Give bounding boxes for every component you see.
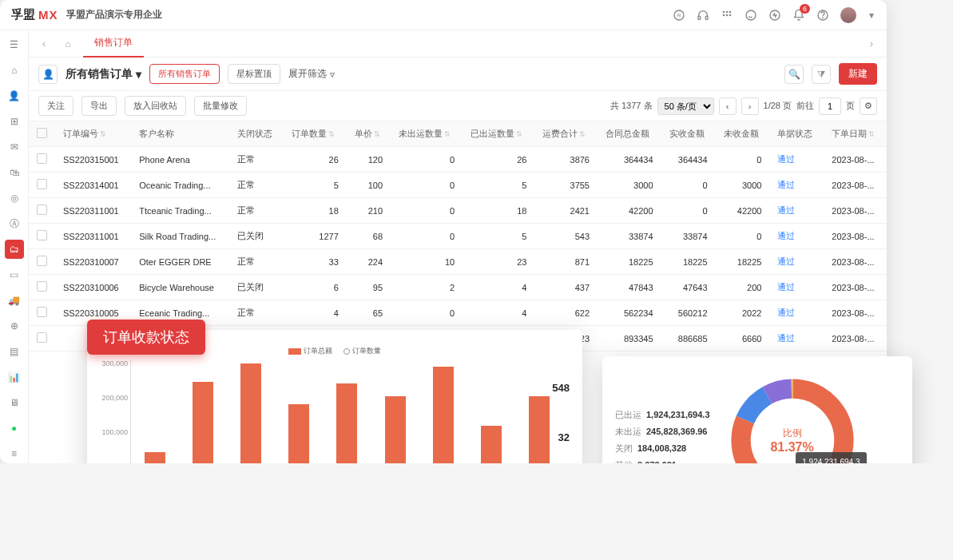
bell-icon[interactable]	[792, 9, 805, 22]
chip-all-orders[interactable]: 所有销售订单	[149, 64, 220, 84]
doc-status-link[interactable]: 通过	[777, 308, 795, 317]
svg-point-10	[746, 10, 756, 20]
col-received[interactable]: 实收金额	[661, 121, 716, 147]
col-unit-price[interactable]: 单价⇅	[347, 121, 391, 147]
bar[interactable]	[193, 382, 213, 463]
bar[interactable]	[385, 396, 406, 463]
nav-doc-icon[interactable]: ▭	[5, 265, 24, 284]
row-checkbox[interactable]	[37, 332, 47, 343]
settings-icon[interactable]: ⚙	[860, 97, 877, 115]
whatsapp-icon[interactable]	[745, 9, 757, 22]
row-checkbox[interactable]	[37, 179, 47, 189]
ai-icon[interactable]: AI	[673, 9, 685, 22]
doc-status-link[interactable]: 通过	[777, 180, 795, 189]
donut-wrap: 比例 81.37% 1,924,231,694.3 (81.37%)	[725, 372, 860, 463]
nav-more-icon[interactable]: ≡	[5, 444, 24, 463]
table-row[interactable]: SS220311001 Ttceanic Trading... 正常 18 21…	[29, 198, 887, 224]
page-next-button[interactable]: ›	[741, 97, 759, 115]
table-row[interactable]: SS220310007 Oter EGGER DRE 正常 33 224 10 …	[29, 249, 887, 275]
table-row[interactable]: SS220314001 Oceanic Trading... 正常 5 100 …	[29, 173, 887, 198]
per-page-select[interactable]: 50 条/页	[657, 97, 714, 115]
cell-ship: 5	[463, 224, 534, 249]
select-all-checkbox[interactable]	[37, 128, 47, 138]
headset-icon[interactable]	[697, 9, 709, 22]
nav-wa-icon[interactable]: ●	[5, 419, 24, 438]
row-checkbox[interactable]	[37, 205, 47, 215]
tab-next-icon[interactable]: ›	[863, 35, 880, 53]
col-shipped[interactable]: 已出运数量⇅	[463, 121, 534, 147]
bar[interactable]	[336, 383, 357, 463]
col-contract[interactable]: 合同总金额	[598, 121, 661, 147]
row-checkbox[interactable]	[37, 153, 47, 164]
doc-status-link[interactable]: 通过	[777, 333, 795, 343]
nav-money-icon[interactable]: ⊕	[5, 316, 24, 336]
bar[interactable]	[529, 396, 550, 463]
table-row[interactable]: SS220310006 Bicycle Warehouse 已关闭 6 95 2…	[29, 275, 887, 300]
cell-unship: 0	[391, 198, 463, 224]
tab-home-icon[interactable]: ⌂	[59, 35, 77, 53]
table-row[interactable]: SS220315001 Phone Arena 正常 26 120 0 26 3…	[29, 147, 887, 173]
nav-bag-icon[interactable]: 🛍	[5, 163, 24, 182]
row-checkbox[interactable]	[37, 307, 47, 317]
doc-status-link[interactable]: 通过	[777, 154, 795, 164]
avatar[interactable]	[840, 7, 856, 23]
follow-button[interactable]: 关注	[38, 96, 73, 116]
search-icon[interactable]: 🔍	[784, 65, 804, 84]
nav-compass-icon[interactable]: ◎	[5, 189, 24, 208]
nav-report-icon[interactable]: ▤	[5, 342, 24, 361]
col-freight[interactable]: 运费合计⇅	[534, 121, 598, 147]
col-doc-status[interactable]: 单据状态	[769, 121, 824, 147]
help-icon[interactable]	[816, 9, 829, 22]
nav-truck-icon[interactable]: 🚚	[5, 291, 24, 310]
cell-price: 68	[347, 224, 391, 249]
page-prev-button[interactable]: ‹	[719, 97, 737, 115]
expand-filter[interactable]: 展开筛选▿	[288, 67, 335, 81]
tab-sales-orders[interactable]: 销售订单	[83, 30, 144, 58]
cell-close-status: 正常	[229, 300, 284, 326]
nav-home-icon[interactable]: ⌂	[5, 61, 24, 80]
recycle-button[interactable]: 放入回收站	[125, 96, 186, 116]
row-checkbox[interactable]	[37, 256, 47, 266]
table-row[interactable]: SS220311001 Silk Road Trading... 已关闭 127…	[29, 224, 887, 249]
filter-icon[interactable]: ⧩	[812, 65, 831, 84]
grid-icon[interactable]	[721, 9, 733, 22]
bar[interactable]	[481, 426, 502, 463]
bar[interactable]	[240, 363, 261, 463]
nav-stats-icon[interactable]: 📊	[5, 367, 24, 387]
nav-org-icon[interactable]: ⊞	[5, 112, 24, 131]
tab-prev-icon[interactable]: ‹	[35, 35, 53, 53]
col-order-no[interactable]: 订单编号⇅	[55, 121, 131, 147]
chevron-down-icon[interactable]: ▾	[868, 9, 876, 22]
doc-status-link[interactable]: 通过	[777, 231, 795, 240]
row-checkbox[interactable]	[37, 281, 47, 292]
nav-user-icon[interactable]: 👤	[5, 86, 24, 105]
row-checkbox[interactable]	[37, 230, 47, 240]
doc-status-link[interactable]: 通过	[777, 282, 795, 292]
view-selector[interactable]: 所有销售订单▾	[66, 67, 141, 81]
doc-status-link[interactable]: 通过	[777, 205, 795, 215]
nav-menu-icon[interactable]: ☰	[5, 35, 24, 54]
activity-icon[interactable]	[768, 9, 781, 22]
cell-contract: 3000	[598, 173, 661, 198]
col-close-status[interactable]: 关闭状态	[229, 121, 284, 147]
batch-edit-button[interactable]: 批量修改	[194, 96, 247, 116]
new-button[interactable]: 新建	[839, 63, 877, 85]
nav-circle-a-icon[interactable]: Ⓐ	[5, 214, 24, 233]
view-user-icon[interactable]: 👤	[38, 65, 58, 84]
col-order-qty[interactable]: 订单数量⇅	[284, 121, 347, 147]
doc-status-link[interactable]: 通过	[777, 256, 795, 266]
goto-page-input[interactable]	[819, 97, 841, 115]
col-unreceived[interactable]: 未收金额	[716, 121, 770, 147]
bar[interactable]	[145, 452, 165, 463]
nav-orders-icon[interactable]: 🗂	[5, 240, 24, 259]
bar[interactable]	[288, 404, 309, 463]
col-order-date[interactable]: 下单日期⇅	[824, 121, 887, 147]
col-customer[interactable]: 客户名称	[131, 121, 229, 147]
nav-mail-icon[interactable]: ✉	[5, 137, 24, 157]
nav-monitor-icon[interactable]: 🖥	[5, 393, 24, 412]
chip-star-pin[interactable]: 星标置顶	[228, 64, 280, 84]
bar[interactable]	[433, 367, 454, 463]
export-button[interactable]: 导出	[81, 96, 117, 116]
col-unshipped[interactable]: 未出运数量⇅	[391, 121, 463, 147]
cell-order-no: SS220315001	[55, 147, 131, 173]
